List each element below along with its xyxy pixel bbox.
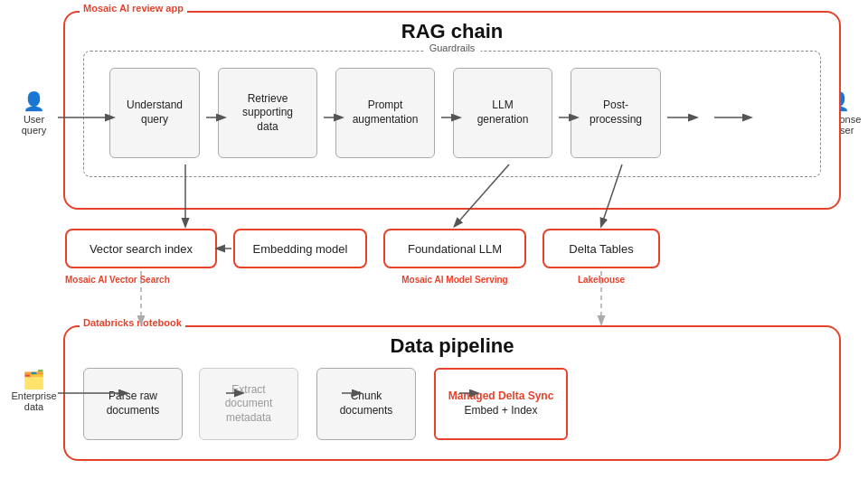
- enterprise-icon: 🗂️: [9, 369, 59, 390]
- vector-search-box: Vector search index: [65, 229, 217, 268]
- delta-tables-box: Delta Tables: [542, 229, 660, 268]
- step-prompt: Promptaugmentation: [335, 68, 435, 158]
- step-post: Post-processing: [571, 68, 661, 158]
- step-understand: Understandquery: [109, 68, 200, 158]
- step-managed-delta: Managed Delta Sync Embed + Index: [434, 368, 568, 440]
- rag-chain-box: Mosaic AI review app RAG chain Guardrail…: [63, 11, 841, 210]
- step-chunk: Chunkdocuments: [316, 368, 416, 440]
- lakehouse-label: Lakehouse: [542, 275, 660, 285]
- dp-title: Data pipeline: [65, 334, 839, 358]
- diagram: 👤 User query 👤 Response to user 🗂️ Enter…: [0, 0, 868, 488]
- step-retrieve: Retrievesupportingdata: [218, 68, 317, 158]
- guardrails-box: Guardrails Understandquery Retrievesuppo…: [83, 51, 821, 177]
- user-query-label: 👤 User query: [9, 90, 59, 136]
- foundational-sublabel: Mosaic AI Model Serving: [383, 275, 526, 285]
- step-parse: Parse rawdocuments: [83, 368, 183, 440]
- data-pipeline-box: Databricks notebook Data pipeline Parse …: [63, 325, 841, 461]
- user-icon: 👤: [9, 90, 59, 112]
- guardrails-label: Guardrails: [424, 42, 481, 53]
- vector-search-sublabel: Mosaic AI Vector Search: [65, 275, 170, 285]
- step-llm: LLMgeneration: [453, 68, 552, 158]
- foundational-llm-box: Foundational LLM: [383, 229, 526, 268]
- dp-outer-label: Databricks notebook: [80, 317, 185, 328]
- enterprise-data-label: 🗂️ Enterprise data: [9, 369, 59, 412]
- embedding-model-box: Embedding model: [233, 229, 367, 268]
- rag-outer-label: Mosaic AI review app: [80, 3, 187, 14]
- step-extract: Extractdocumentmetadata: [199, 368, 298, 440]
- rag-title: RAG chain: [65, 20, 839, 43]
